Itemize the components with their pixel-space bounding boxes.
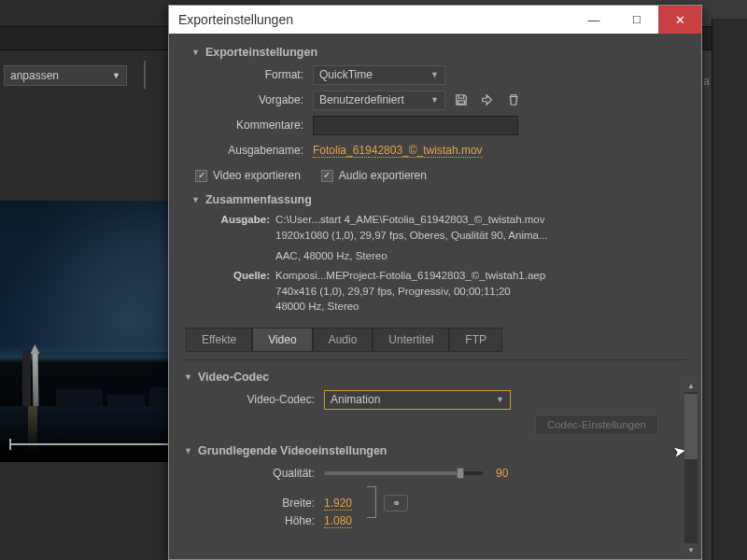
window-title: Exporteinstellungen [178,12,293,27]
outputname-link[interactable]: Fotolia_61942803_©_twistah.mov [313,144,483,158]
background-right-panel [712,19,747,560]
export-settings-header[interactable]: ▼ Exporteinstellungen [191,46,679,59]
save-preset-icon[interactable] [451,91,472,109]
preset-label: Vorgabe: [191,93,313,106]
triangle-down-icon: ▼ [191,48,200,57]
export-settings-dialog: Exporteinstellungen — ☐ ✕ ▼ Exporteinste… [168,5,702,560]
format-dropdown[interactable]: QuickTime▼ [313,65,445,85]
comment-label: Kommentare: [191,119,313,132]
video-codec-header[interactable]: ▼ Video-Codec [184,371,686,384]
outputname-label: Ausgabename: [191,144,313,157]
tab-captions[interactable]: Untertitel [373,328,449,352]
format-label: Format: [191,68,313,81]
height-value[interactable]: 1.080 [324,514,352,528]
video-codec-label: Video-Codec: [221,393,324,406]
delete-preset-icon[interactable] [503,91,524,109]
link-dimensions-icon[interactable]: ⚭ [384,495,408,511]
tab-video[interactable]: Video [252,328,312,352]
triangle-down-icon: ▼ [184,446,192,455]
close-button[interactable]: ✕ [658,6,701,34]
fit-dropdown-label: anpassen [10,69,59,82]
bracket-icon [367,486,376,518]
export-video-checkbox[interactable]: ✓ Video exportieren [195,169,301,182]
panel-scrollbar[interactable]: ▲ ▼ [684,379,698,556]
titlebar[interactable]: Exporteinstellungen — ☐ ✕ [169,6,701,34]
quality-value[interactable]: 90 [496,467,508,480]
divider [144,61,146,89]
width-label: Breite: [221,497,324,510]
summary-header[interactable]: ▼ Zusammenfassung [191,193,679,206]
minimize-button[interactable]: — [572,6,615,34]
chevron-down-icon: ▼ [112,71,120,80]
scrollbar-thumb[interactable] [684,394,698,459]
width-value[interactable]: 1.920 [324,497,352,511]
scroll-down-icon[interactable]: ▼ [684,543,698,556]
comment-input[interactable] [313,116,518,135]
quality-label: Qualität: [221,467,324,480]
settings-tabs: Effekte Video Audio Untertitel FTP [186,328,502,352]
triangle-down-icon: ▼ [184,372,192,382]
scroll-up-icon[interactable]: ▲ [684,379,698,392]
export-audio-checkbox[interactable]: ✓ Audio exportieren [321,169,427,182]
import-preset-icon[interactable] [477,91,498,109]
preset-dropdown[interactable]: Benutzerdefiniert▼ [313,91,445,110]
summary-block: Ausgabe:C:\User...start 4_AME\Fotolia_61… [191,212,679,315]
checkmark-icon: ✓ [321,170,333,182]
tab-audio[interactable]: Audio [313,328,374,352]
video-codec-dropdown[interactable]: Animation▼ [324,390,511,410]
quality-slider[interactable] [324,471,483,475]
checkmark-icon: ✓ [195,170,207,182]
basic-video-header[interactable]: ▼ Grundlegende Videoeinstellungen [184,444,686,457]
triangle-down-icon: ▼ [191,195,200,204]
codec-settings-button[interactable]: Codec-Einstellungen [535,414,658,435]
tab-ftp[interactable]: FTP [449,328,502,352]
maximize-button[interactable]: ☐ [615,6,658,34]
tab-effects[interactable]: Effekte [186,328,252,352]
height-label: Höhe: [221,514,324,527]
fit-dropdown[interactable]: anpassen ▼ [4,65,127,86]
